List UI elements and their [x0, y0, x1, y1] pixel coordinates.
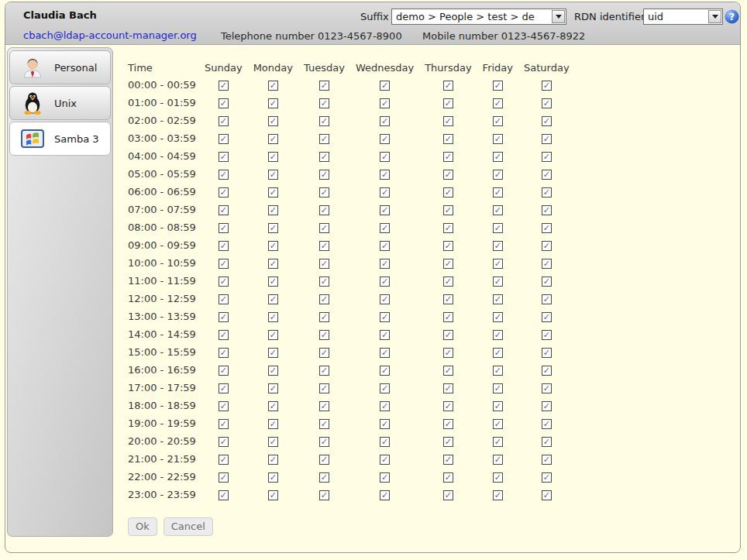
logon-hour-checkbox[interactable] — [268, 187, 278, 198]
logon-hour-checkbox[interactable] — [542, 259, 552, 269]
logon-hour-checkbox[interactable] — [380, 490, 390, 500]
ok-button[interactable]: Ok — [128, 517, 157, 536]
logon-hour-checkbox[interactable] — [268, 134, 278, 144]
logon-hour-checkbox[interactable] — [493, 401, 503, 411]
logon-hour-checkbox[interactable] — [380, 259, 390, 269]
logon-hour-checkbox[interactable] — [443, 330, 453, 340]
suffix-select[interactable]: demo > People > test > de — [391, 9, 566, 25]
logon-hour-checkbox[interactable] — [493, 241, 503, 251]
logon-hour-checkbox[interactable] — [219, 330, 229, 340]
logon-hour-checkbox[interactable] — [493, 277, 503, 287]
logon-hour-checkbox[interactable] — [542, 419, 552, 429]
logon-hour-checkbox[interactable] — [219, 152, 229, 162]
logon-hour-checkbox[interactable] — [268, 170, 278, 180]
logon-hour-checkbox[interactable] — [219, 81, 229, 91]
logon-hour-checkbox[interactable] — [443, 241, 453, 251]
logon-hour-checkbox[interactable] — [268, 116, 278, 126]
logon-hour-checkbox[interactable] — [319, 294, 329, 304]
logon-hour-checkbox[interactable] — [219, 366, 229, 376]
logon-hour-checkbox[interactable] — [380, 205, 390, 215]
logon-hour-checkbox[interactable] — [380, 223, 390, 233]
logon-hour-checkbox[interactable] — [542, 383, 552, 393]
logon-hour-checkbox[interactable] — [542, 348, 552, 358]
logon-hour-checkbox[interactable] — [268, 330, 278, 340]
logon-hour-checkbox[interactable] — [319, 259, 329, 269]
logon-hour-checkbox[interactable] — [219, 312, 229, 322]
logon-hour-checkbox[interactable] — [219, 98, 229, 108]
tab-unix[interactable]: Unix — [9, 86, 111, 120]
logon-hour-checkbox[interactable] — [443, 437, 453, 447]
logon-hour-checkbox[interactable] — [542, 312, 552, 322]
logon-hour-checkbox[interactable] — [542, 330, 552, 340]
logon-hour-checkbox[interactable] — [268, 98, 278, 108]
logon-hour-checkbox[interactable] — [319, 116, 329, 126]
logon-hour-checkbox[interactable] — [443, 170, 453, 180]
logon-hour-checkbox[interactable] — [493, 294, 503, 304]
logon-hour-checkbox[interactable] — [319, 277, 329, 287]
logon-hour-checkbox[interactable] — [268, 366, 278, 376]
logon-hour-checkbox[interactable] — [443, 455, 453, 465]
logon-hour-checkbox[interactable] — [319, 81, 329, 91]
logon-hour-checkbox[interactable] — [319, 383, 329, 393]
logon-hour-checkbox[interactable] — [493, 259, 503, 269]
logon-hour-checkbox[interactable] — [493, 472, 503, 483]
logon-hour-checkbox[interactable] — [319, 490, 329, 500]
logon-hour-checkbox[interactable] — [219, 116, 229, 126]
logon-hour-checkbox[interactable] — [443, 366, 453, 376]
logon-hour-checkbox[interactable] — [219, 205, 229, 215]
logon-hour-checkbox[interactable] — [219, 259, 229, 269]
logon-hour-checkbox[interactable] — [380, 419, 390, 429]
logon-hour-checkbox[interactable] — [219, 490, 229, 500]
logon-hour-checkbox[interactable] — [319, 472, 329, 483]
logon-hour-checkbox[interactable] — [443, 490, 453, 500]
logon-hour-checkbox[interactable] — [493, 348, 503, 358]
logon-hour-checkbox[interactable] — [319, 437, 329, 447]
chevron-down-icon[interactable] — [708, 10, 721, 23]
logon-hour-checkbox[interactable] — [219, 223, 229, 233]
email-link[interactable]: cbach@ldap-account-manager.org — [23, 29, 197, 41]
logon-hour-checkbox[interactable] — [542, 401, 552, 411]
logon-hour-checkbox[interactable] — [219, 187, 229, 198]
logon-hour-checkbox[interactable] — [380, 366, 390, 376]
logon-hour-checkbox[interactable] — [493, 205, 503, 215]
logon-hour-checkbox[interactable] — [542, 116, 552, 126]
tab-samba-3[interactable]: Samba 3 — [9, 122, 111, 156]
logon-hour-checkbox[interactable] — [268, 419, 278, 429]
logon-hour-checkbox[interactable] — [268, 259, 278, 269]
logon-hour-checkbox[interactable] — [443, 205, 453, 215]
logon-hour-checkbox[interactable] — [319, 401, 329, 411]
logon-hour-checkbox[interactable] — [268, 472, 278, 483]
logon-hour-checkbox[interactable] — [493, 312, 503, 322]
logon-hour-checkbox[interactable] — [219, 277, 229, 287]
logon-hour-checkbox[interactable] — [319, 348, 329, 358]
logon-hour-checkbox[interactable] — [443, 419, 453, 429]
logon-hour-checkbox[interactable] — [380, 455, 390, 465]
logon-hour-checkbox[interactable] — [268, 312, 278, 322]
logon-hour-checkbox[interactable] — [443, 116, 453, 126]
logon-hour-checkbox[interactable] — [219, 348, 229, 358]
logon-hour-checkbox[interactable] — [380, 98, 390, 108]
logon-hour-checkbox[interactable] — [319, 419, 329, 429]
logon-hour-checkbox[interactable] — [319, 98, 329, 108]
tab-personal[interactable]: Personal — [9, 50, 111, 84]
logon-hour-checkbox[interactable] — [493, 437, 503, 447]
logon-hour-checkbox[interactable] — [319, 455, 329, 465]
logon-hour-checkbox[interactable] — [380, 277, 390, 287]
logon-hour-checkbox[interactable] — [443, 81, 453, 91]
logon-hour-checkbox[interactable] — [542, 170, 552, 180]
logon-hour-checkbox[interactable] — [380, 81, 390, 91]
logon-hour-checkbox[interactable] — [380, 437, 390, 447]
logon-hour-checkbox[interactable] — [268, 437, 278, 447]
logon-hour-checkbox[interactable] — [493, 152, 503, 162]
logon-hour-checkbox[interactable] — [219, 455, 229, 465]
logon-hour-checkbox[interactable] — [219, 241, 229, 251]
logon-hour-checkbox[interactable] — [219, 472, 229, 483]
logon-hour-checkbox[interactable] — [493, 81, 503, 91]
logon-hour-checkbox[interactable] — [443, 401, 453, 411]
logon-hour-checkbox[interactable] — [219, 170, 229, 180]
logon-hour-checkbox[interactable] — [319, 223, 329, 233]
logon-hour-checkbox[interactable] — [319, 205, 329, 215]
logon-hour-checkbox[interactable] — [268, 81, 278, 91]
logon-hour-checkbox[interactable] — [493, 366, 503, 376]
logon-hour-checkbox[interactable] — [542, 366, 552, 376]
